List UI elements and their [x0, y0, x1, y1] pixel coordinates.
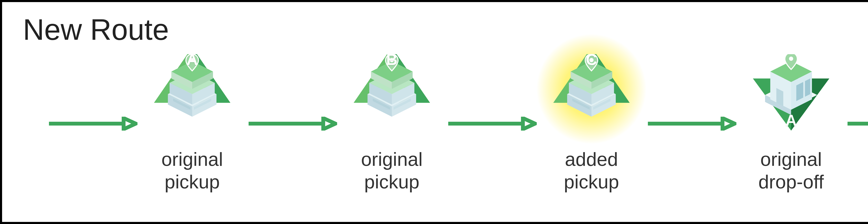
arrow-icon: [646, 117, 736, 131]
dropoff-marker-icon: A: [746, 54, 836, 131]
stop-letter: B: [386, 51, 398, 69]
stop-caption: original pickup: [361, 148, 423, 193]
route-stop-pickup: Cadded pickup: [537, 54, 646, 193]
route-stop-pickup: Aoriginal pickup: [137, 54, 247, 193]
arrow-icon: [846, 117, 868, 131]
svg-marker-1: [124, 118, 136, 129]
stop-caption: original pickup: [161, 148, 223, 193]
svg-marker-33: [523, 118, 535, 129]
stop-caption: original drop-off: [758, 148, 824, 193]
route-stop-dropoff: Aoriginal drop-off: [736, 54, 846, 193]
arrow-icon: [247, 117, 337, 131]
diagram-title: New Route: [23, 12, 169, 46]
stop-letter: A: [187, 51, 198, 69]
svg-marker-17: [323, 118, 335, 129]
stop-letter: C: [586, 51, 597, 69]
stop-letter: A: [785, 111, 797, 129]
pickup-marker-icon: A: [147, 54, 237, 131]
svg-point-60: [789, 57, 793, 61]
pickup-marker-icon: B: [347, 54, 437, 131]
svg-marker-49: [722, 118, 735, 129]
arrow-icon: [446, 117, 537, 131]
pickup-marker-icon: C: [546, 54, 637, 131]
svg-marker-57: [805, 78, 810, 97]
route-diagram: New Route Aoriginal pickup: [0, 0, 868, 224]
stop-caption: added pickup: [564, 148, 619, 193]
route-stop-pickup: Boriginal pickup: [337, 54, 446, 193]
arrow-icon: [47, 117, 137, 131]
route-row: Aoriginal pickup Boriginal pickup: [2, 63, 868, 184]
